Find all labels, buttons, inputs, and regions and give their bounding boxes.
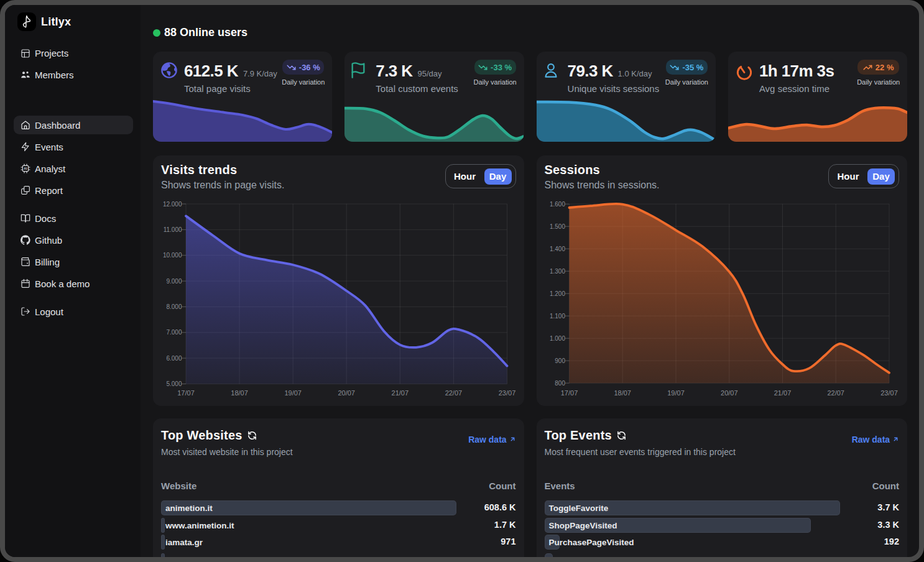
svg-text:18/07: 18/07 [231,389,248,397]
svg-text:23/07: 23/07 [499,389,516,397]
svg-text:21/07: 21/07 [392,389,409,397]
svg-text:8.000: 8.000 [166,303,182,310]
svg-text:18/07: 18/07 [614,389,631,397]
svg-text:20/07: 20/07 [338,389,355,397]
svg-text:17/07: 17/07 [560,389,578,397]
svg-text:5.000: 5.000 [166,380,182,387]
svg-text:22/07: 22/07 [827,389,844,397]
svg-text:1.400: 1.400 [549,246,565,252]
svg-text:12.000: 12.000 [163,201,182,208]
svg-text:7.000: 7.000 [166,329,182,336]
svg-text:6.000: 6.000 [166,355,182,362]
svg-text:20/07: 20/07 [721,389,738,397]
svg-text:9.000: 9.000 [166,278,182,285]
svg-text:17/07: 17/07 [177,389,195,397]
svg-text:19/07: 19/07 [284,389,302,397]
svg-text:800: 800 [555,380,565,387]
svg-text:10.000: 10.000 [163,252,182,259]
svg-text:21/07: 21/07 [774,389,791,397]
svg-text:1.500: 1.500 [549,223,565,230]
svg-text:1.300: 1.300 [549,268,565,275]
svg-text:19/07: 19/07 [667,389,685,397]
svg-text:1.600: 1.600 [549,201,565,208]
svg-text:23/07: 23/07 [880,389,898,397]
svg-text:1.100: 1.100 [549,313,565,320]
svg-text:AI: AI [24,167,27,170]
svg-text:1.200: 1.200 [549,290,565,297]
svg-text:1.000: 1.000 [549,335,565,342]
svg-text:11.000: 11.000 [164,226,182,233]
svg-text:22/07: 22/07 [445,389,463,397]
svg-text:900: 900 [555,357,565,364]
